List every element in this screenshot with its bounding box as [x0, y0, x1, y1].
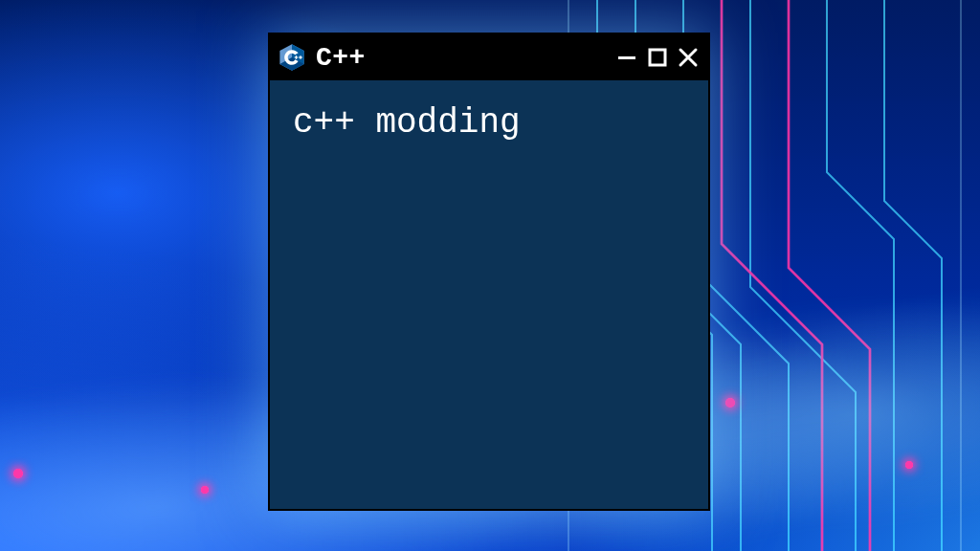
glow-dot: [905, 461, 913, 469]
cpp-logo-icon: [278, 43, 306, 72]
close-button[interactable]: [678, 47, 699, 68]
svg-rect-4: [295, 56, 299, 57]
window-glow-wrap: C++ c++ modding: [268, 33, 710, 511]
maximize-icon: [648, 48, 667, 67]
svg-rect-7: [618, 56, 635, 59]
minimize-button[interactable]: [616, 47, 637, 68]
glow-dot: [13, 469, 23, 478]
minimize-icon: [617, 48, 636, 67]
close-icon: [678, 47, 699, 68]
window-title: C++: [316, 43, 607, 73]
window-controls: [616, 47, 699, 68]
app-window: C++ c++ modding: [268, 33, 710, 511]
titlebar[interactable]: C++: [270, 34, 708, 80]
svg-rect-6: [299, 56, 302, 57]
glow-dot: [201, 486, 209, 494]
terminal-content[interactable]: c++ modding: [270, 80, 708, 509]
svg-rect-8: [650, 50, 665, 65]
maximize-button[interactable]: [647, 47, 668, 68]
glow-dot: [725, 398, 735, 408]
